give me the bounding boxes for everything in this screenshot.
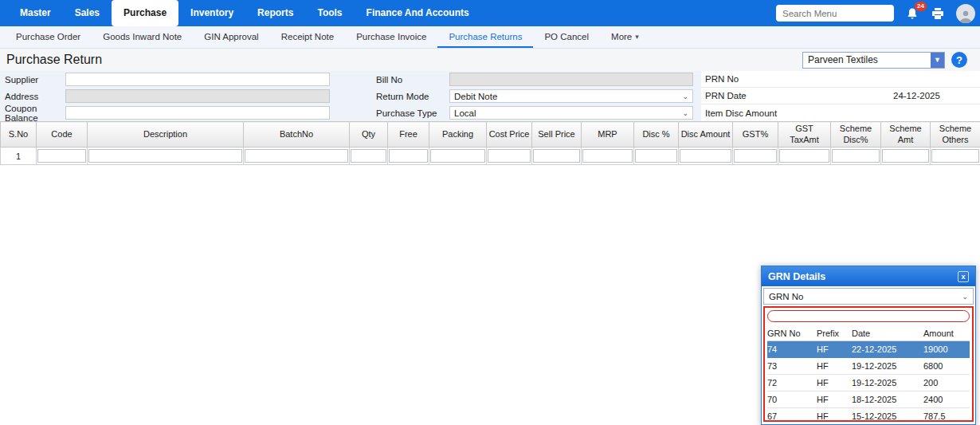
grn-cell-amount: 787.5 bbox=[923, 411, 970, 421]
item-code-input[interactable] bbox=[37, 149, 86, 163]
notification-bell-icon[interactable]: 24 bbox=[905, 6, 919, 21]
grn-row[interactable]: 70 HF 18-12-2025 2400 bbox=[767, 392, 970, 408]
column-header-cost-price: Cost Price bbox=[487, 122, 532, 148]
column-header-mrp: MRP bbox=[582, 122, 634, 148]
column-header-gst-pct: GST% bbox=[733, 122, 778, 148]
item-mrp-input[interactable] bbox=[582, 149, 633, 163]
prn-date-label: PRN Date bbox=[701, 91, 893, 100]
grn-table-header: GRN No Prefix Date Amount bbox=[767, 326, 970, 341]
nav-item-tools[interactable]: Tools bbox=[305, 0, 354, 26]
subnav-label: Purchase Returns bbox=[449, 32, 522, 41]
item-gst-pct-input[interactable] bbox=[734, 149, 777, 163]
grn-row[interactable]: 72 HF 19-12-2025 200 bbox=[767, 375, 970, 392]
search-input[interactable] bbox=[776, 5, 894, 22]
item-scheme-disc-input[interactable] bbox=[832, 149, 880, 163]
grn-col-prefix: Prefix bbox=[817, 329, 852, 338]
items-table: S.No Code Description BatchNo Qty Free P… bbox=[0, 121, 980, 165]
column-header-scheme-others: Scheme Others bbox=[931, 122, 980, 148]
return-mode-select[interactable]: Debit Note ⌄ bbox=[449, 89, 693, 103]
subnav-label: PO Cancel bbox=[544, 32, 589, 41]
item-description-input[interactable] bbox=[88, 149, 242, 163]
grn-cell-no: 70 bbox=[767, 395, 817, 404]
grn-filter-select[interactable]: GRN No ⌄ bbox=[763, 288, 974, 305]
grn-cell-prefix: HF bbox=[817, 361, 852, 371]
grn-cell-date: 15-12-2025 bbox=[852, 411, 923, 421]
top-navbar: Master Sales Purchase Inventory Reports … bbox=[0, 0, 980, 26]
grn-cell-prefix: HF bbox=[817, 395, 852, 404]
item-disc-pct-input[interactable] bbox=[635, 149, 677, 163]
item-sell-price-input[interactable] bbox=[533, 149, 580, 163]
help-button[interactable]: ? bbox=[951, 52, 967, 68]
nav-item-sales[interactable]: Sales bbox=[63, 0, 112, 26]
grn-popup-title: GRN Details bbox=[768, 271, 825, 282]
item-batchno-input[interactable] bbox=[245, 149, 348, 163]
subnav-label: Goods Inward Note bbox=[103, 32, 182, 41]
subnav-po-cancel[interactable]: PO Cancel bbox=[533, 26, 600, 48]
grn-cell-no: 67 bbox=[767, 411, 817, 421]
item-cost-price-input[interactable] bbox=[488, 149, 531, 163]
column-header-sell-price: Sell Price bbox=[532, 122, 582, 148]
grn-cell-amount: 2400 bbox=[923, 395, 970, 404]
column-header-scheme-amt: Scheme Amt bbox=[881, 122, 931, 148]
coupon-balance-input[interactable] bbox=[65, 106, 330, 120]
grn-row[interactable]: 74 HF 22-12-2025 19000 bbox=[767, 341, 970, 358]
grn-search-input[interactable] bbox=[767, 310, 970, 322]
nav-item-master[interactable]: Master bbox=[8, 0, 63, 26]
grn-cell-prefix: HF bbox=[817, 411, 852, 421]
close-icon[interactable]: x bbox=[958, 271, 969, 282]
user-avatar[interactable] bbox=[956, 4, 975, 23]
item-scheme-others-input[interactable] bbox=[931, 149, 979, 163]
nav-item-finance[interactable]: Finance And Accounts bbox=[355, 0, 481, 26]
grn-popup-titlebar: GRN Details x bbox=[762, 266, 975, 286]
purchase-type-select[interactable]: Local ⌄ bbox=[449, 106, 693, 120]
column-header-disc-pct: Disc % bbox=[634, 122, 679, 148]
subnav-gin-approval[interactable]: GIN Approval bbox=[193, 26, 269, 48]
grn-row[interactable]: 73 HF 19-12-2025 6800 bbox=[767, 358, 970, 375]
address-label: Address bbox=[0, 92, 65, 101]
nav-item-purchase[interactable]: Purchase bbox=[112, 0, 178, 26]
printer-icon[interactable] bbox=[931, 6, 945, 21]
item-disc-amount-input[interactable] bbox=[680, 149, 731, 163]
nav-item-reports[interactable]: Reports bbox=[245, 0, 305, 26]
item-qty-input[interactable] bbox=[351, 149, 386, 163]
grn-cell-no: 73 bbox=[767, 361, 817, 371]
grn-col-date: Date bbox=[852, 329, 923, 338]
column-header-code: Code bbox=[37, 122, 88, 148]
item-packing-input[interactable] bbox=[430, 149, 485, 163]
purchase-type-label: Purchase Type bbox=[376, 108, 449, 118]
subnav-purchase-order[interactable]: Purchase Order bbox=[5, 26, 92, 48]
subnav-label: Purchase Order bbox=[16, 32, 80, 41]
prn-panel: PRN No PRN Date 24-12-2025 Item Disc Amo… bbox=[701, 71, 980, 121]
subnav-purchase-returns[interactable]: Purchase Returns bbox=[437, 26, 533, 48]
column-header-free: Free bbox=[388, 122, 429, 148]
item-gst-taxamt-input[interactable] bbox=[779, 149, 829, 163]
item-scheme-amt-input[interactable] bbox=[882, 149, 929, 163]
page-title: Purchase Return bbox=[6, 53, 102, 67]
prn-no-label: PRN No bbox=[701, 74, 893, 84]
column-header-disc-amount: Disc Amount bbox=[679, 122, 733, 148]
title-bar: Purchase Return Parveen Textiles ▼ ? bbox=[0, 49, 980, 71]
company-select[interactable]: Parveen Textiles ▼ bbox=[802, 52, 945, 69]
column-header-scheme-disc: Scheme Disc% bbox=[831, 122, 881, 148]
chevron-down-icon: ▼ bbox=[931, 53, 944, 68]
supplier-label: Supplier bbox=[0, 75, 65, 85]
grn-filter-value: GRN No bbox=[769, 292, 803, 301]
grn-col-amount: Amount bbox=[923, 329, 970, 338]
chevron-down-icon: ⌄ bbox=[682, 109, 688, 117]
prn-date-value: 24-12-2025 bbox=[893, 91, 940, 100]
purchase-subnav: Purchase Order Goods Inward Note GIN App… bbox=[0, 26, 980, 49]
column-header-description: Description bbox=[88, 122, 244, 148]
nav-item-inventory[interactable]: Inventory bbox=[178, 0, 245, 26]
grn-cell-date: 18-12-2025 bbox=[852, 395, 923, 404]
column-header-packing: Packing bbox=[429, 122, 487, 148]
column-header-sno: S.No bbox=[1, 122, 37, 148]
grn-row[interactable]: 67 HF 15-12-2025 787.5 bbox=[767, 408, 970, 422]
subnav-label: More bbox=[611, 32, 632, 41]
subnav-more[interactable]: More▾ bbox=[600, 26, 650, 48]
subnav-receipt-note[interactable]: Receipt Note bbox=[270, 26, 345, 48]
item-free-input[interactable] bbox=[389, 149, 428, 163]
supplier-input[interactable] bbox=[65, 73, 330, 86]
subnav-purchase-invoice[interactable]: Purchase Invoice bbox=[345, 26, 437, 48]
subnav-goods-inward-note[interactable]: Goods Inward Note bbox=[92, 26, 193, 48]
coupon-balance-label: Coupon Balance bbox=[0, 104, 65, 123]
